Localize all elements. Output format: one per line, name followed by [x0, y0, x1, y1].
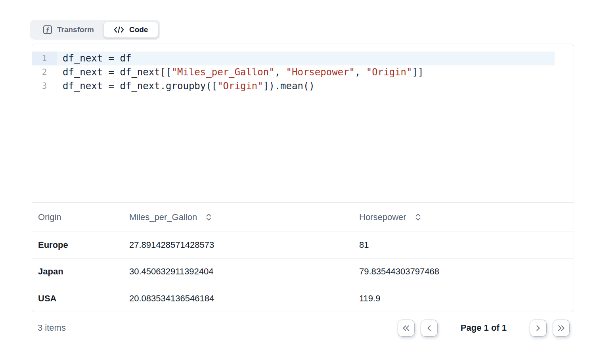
first-page-button[interactable]: [398, 320, 415, 337]
code-line-3[interactable]: df_next = df_next.groupby(["Origin"]).me…: [57, 79, 555, 93]
previous-page-button[interactable]: [421, 320, 438, 337]
sort-updown-icon[interactable]: [415, 213, 421, 221]
cell-horsepower: 79.83544303797468: [359, 266, 574, 277]
pagination-controls: Page 1 of 1: [398, 320, 570, 337]
column-header-miles-per-gallon[interactable]: Miles_per_Gallon: [129, 212, 359, 222]
table-row: Europe 27.891428571428573 81: [32, 232, 574, 259]
tab-transform[interactable]: ƒ Transform: [32, 22, 103, 38]
line-number-gutter: 1 2 3: [32, 44, 57, 202]
code-and-result-panel: 1 2 3 df_next = df df_next = df_next[["M…: [32, 44, 574, 312]
cell-miles-per-gallon: 30.450632911392404: [129, 266, 359, 277]
result-table: Origin Miles_per_Gallon Horsepower: [32, 203, 574, 312]
cell-origin: USA: [38, 293, 129, 304]
tab-code-label: Code: [129, 25, 148, 34]
tab-code[interactable]: Code: [103, 22, 159, 38]
double-chevron-left-icon: [402, 325, 410, 331]
function-icon: ƒ: [43, 25, 52, 34]
line-number: 1: [32, 52, 57, 65]
code-editor[interactable]: 1 2 3 df_next = df df_next = df_next[["M…: [32, 44, 574, 203]
table-footer: 3 items Page 1 of 1: [32, 316, 574, 340]
cell-origin: Europe: [38, 240, 129, 250]
double-chevron-right-icon: [557, 325, 565, 331]
column-header-origin: Origin: [38, 212, 129, 222]
cell-horsepower: 81: [359, 240, 574, 250]
sort-updown-icon[interactable]: [205, 213, 212, 221]
code-line-2[interactable]: df_next = df_next[["Miles_per_Gallon", "…: [57, 65, 555, 79]
code-line-1[interactable]: df_next = df: [57, 52, 555, 65]
cell-origin: Japan: [38, 266, 129, 277]
next-page-button[interactable]: [530, 320, 547, 337]
cell-miles-per-gallon: 20.083534136546184: [129, 293, 359, 304]
items-count: 3 items: [38, 323, 66, 333]
tab-transform-label: Transform: [57, 25, 94, 34]
last-page-button[interactable]: [553, 320, 570, 337]
table-row: Japan 30.450632911392404 79.835443037974…: [32, 259, 574, 285]
chevron-left-icon: [425, 325, 433, 331]
cell-miles-per-gallon: 27.891428571428573: [129, 240, 359, 250]
chevron-right-icon: [534, 325, 542, 331]
table-header-row: Origin Miles_per_Gallon Horsepower: [32, 203, 574, 232]
column-header-horsepower[interactable]: Horsepower: [359, 212, 574, 222]
line-number: 2: [32, 65, 57, 79]
code-pane[interactable]: df_next = df df_next = df_next[["Miles_p…: [57, 44, 574, 202]
table-row: USA 20.083534136546184 119.9: [32, 285, 574, 312]
cell-horsepower: 119.9: [359, 293, 574, 304]
page-indicator: Page 1 of 1: [461, 323, 507, 333]
view-switcher: ƒ Transform Code: [30, 20, 160, 40]
line-number: 3: [32, 79, 57, 93]
code-slash-icon: [114, 26, 124, 34]
